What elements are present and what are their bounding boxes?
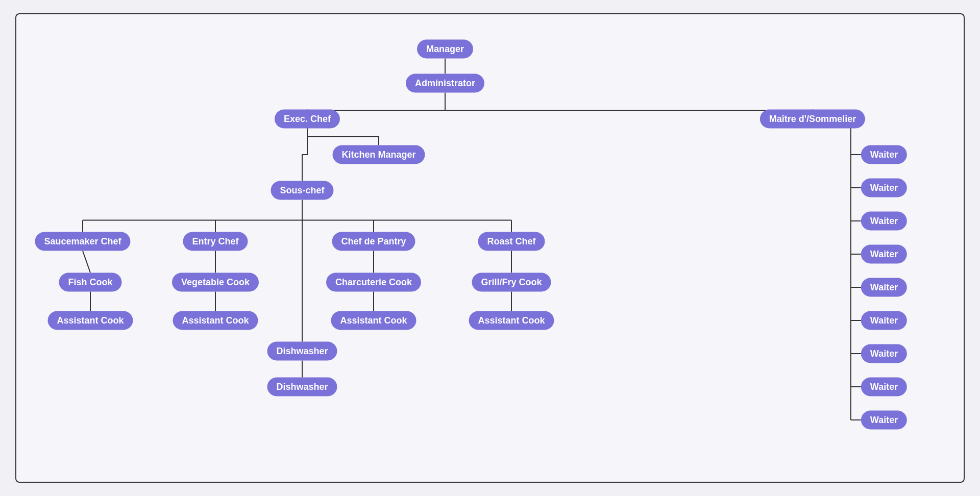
node-waiter1[interactable]: Waiter	[861, 145, 907, 164]
node-saucemaker[interactable]: Saucemaker Chef	[35, 232, 130, 251]
node-dishwasher1[interactable]: Dishwasher	[267, 342, 337, 361]
org-chart: ManagerAdministratorExec. ChefKitchen Ma…	[15, 13, 965, 483]
node-charcuterie[interactable]: Charcuterie Cook	[326, 273, 421, 292]
node-asst_veg[interactable]: Assistant Cook	[173, 311, 258, 330]
node-asst_charc[interactable]: Assistant Cook	[331, 311, 416, 330]
node-manager[interactable]: Manager	[417, 40, 473, 59]
node-veg_cook[interactable]: Vegetable Cook	[172, 273, 259, 292]
node-waiter2[interactable]: Waiter	[861, 179, 907, 197]
node-waiter8[interactable]: Waiter	[861, 378, 907, 396]
node-kitchen_manager[interactable]: Kitchen Manager	[332, 145, 425, 164]
node-roast_chef[interactable]: Roast Chef	[478, 232, 545, 251]
node-asst_fish[interactable]: Assistant Cook	[47, 311, 133, 330]
node-waiter7[interactable]: Waiter	[861, 344, 907, 363]
node-waiter6[interactable]: Waiter	[861, 311, 907, 330]
node-asst_roast[interactable]: Assistant Cook	[469, 311, 554, 330]
node-waiter3[interactable]: Waiter	[861, 212, 907, 231]
node-administrator[interactable]: Administrator	[406, 74, 484, 93]
node-fish_cook[interactable]: Fish Cook	[59, 273, 121, 292]
node-waiter9[interactable]: Waiter	[861, 411, 907, 430]
node-chef_pantry[interactable]: Chef de Pantry	[332, 232, 415, 251]
node-maitre[interactable]: Maître d'/Sommelier	[760, 110, 865, 129]
node-entry_chef[interactable]: Entry Chef	[183, 232, 248, 251]
node-grill_fry[interactable]: Grill/Fry Cook	[472, 273, 551, 292]
node-waiter4[interactable]: Waiter	[861, 245, 907, 264]
node-dishwasher2[interactable]: Dishwasher	[267, 378, 337, 396]
node-waiter5[interactable]: Waiter	[861, 278, 907, 297]
node-sous_chef[interactable]: Sous-chef	[271, 181, 333, 200]
node-exec_chef[interactable]: Exec. Chef	[275, 110, 340, 129]
